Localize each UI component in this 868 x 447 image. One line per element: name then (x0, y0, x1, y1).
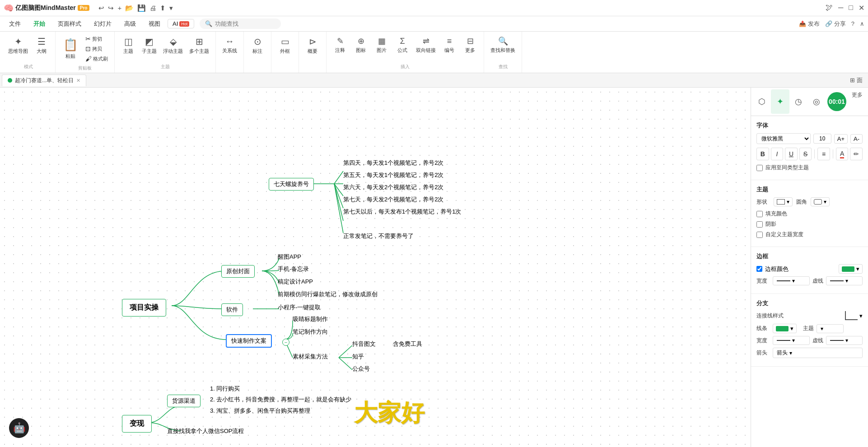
shape-select[interactable]: ▾ (774, 197, 793, 206)
node-imitate[interactable]: 前期模仿同行爆款笔记，修改做成原创 (278, 290, 378, 298)
node-after-day7[interactable]: 第七天以后，每天发布1个视频笔记，养号1次 (343, 208, 461, 216)
find-replace-btn[interactable]: 🔍 查找和替换 (488, 34, 518, 56)
node-day7[interactable]: 第七天，每天发2个视频笔记，养号2次 (343, 196, 443, 204)
software-box[interactable]: 软件 (221, 303, 243, 316)
undo-icon[interactable]: ↩ (98, 4, 104, 12)
node-tools[interactable]: 含免费工具 (393, 340, 422, 348)
print-icon[interactable]: 🖨 (149, 4, 156, 12)
shadow-checkbox[interactable] (756, 221, 763, 228)
menu-slideshow[interactable]: 幻灯片 (89, 18, 117, 30)
branch-dash-select[interactable]: ▾ (826, 336, 863, 345)
italic-btn[interactable]: I (771, 148, 784, 160)
node-src1[interactable]: 1. 同行购买 (210, 385, 240, 393)
panel-more-btn[interactable]: 更多 (848, 89, 866, 114)
tab-mindmap[interactable]: 超冷门赛道...单、轻松日 ✕ (2, 74, 86, 86)
branch-width-select[interactable]: ▾ (773, 336, 810, 345)
image-btn[interactable]: ▦ 图片 (372, 34, 392, 56)
cut-btn[interactable]: ✂ 剪切 (83, 34, 111, 43)
node-miniapp[interactable]: 小程序-一键提取 (278, 303, 321, 312)
node-day5[interactable]: 第五天，每天发1个视频笔记，养号2次 (343, 171, 443, 179)
frame-btn[interactable]: ▭ 外框 (275, 34, 295, 56)
icon-btn[interactable]: ⊕ 图标 (351, 34, 371, 56)
node-weixin[interactable]: 公众号 (352, 365, 370, 373)
node-src2[interactable]: 2. 去小红书，抖音免费搜，再整理一起，就是会有缺少 (210, 396, 351, 404)
menu-page-style[interactable]: 页面样式 (52, 18, 87, 30)
apply-checkbox[interactable] (756, 165, 763, 171)
bold-btn[interactable]: B (756, 148, 769, 160)
ai-btn[interactable]: AI Hot (168, 19, 194, 28)
more-insert-btn[interactable]: ⊟ 更多 (460, 34, 480, 56)
node-seven-spiral[interactable]: 七天螺旋养号 (269, 178, 314, 191)
node-change[interactable]: 变现 (122, 415, 152, 433)
align-btn[interactable]: ≡ (817, 148, 830, 160)
node-day4[interactable]: 第四天，每天发1个视频笔记，养号2次 (343, 159, 443, 167)
panel-tab-timer[interactable]: 00:01 (826, 89, 848, 114)
node-material[interactable]: 素材采集方法 (293, 353, 328, 361)
open-icon[interactable]: 📂 (125, 4, 134, 12)
summary-btn[interactable]: ⊳ 概要 (303, 34, 322, 56)
canvas[interactable]: 七天螺旋养号 第四天，每天发1个视频笔记，养号2次 第五天，每天发1个视频笔记，… (0, 88, 751, 447)
help-btn[interactable]: ? (851, 20, 854, 27)
copy-btn[interactable]: ⊡ 拷贝 (83, 44, 111, 53)
font-size-input[interactable] (813, 134, 831, 144)
format-brush-btn[interactable]: 🖌 格式刷 (83, 54, 111, 63)
node-note-direction[interactable]: 笔记制作方向 (293, 328, 328, 336)
node-project[interactable]: 项目实操 (122, 299, 166, 317)
subtopic-btn[interactable]: ◩ 子主题 (139, 34, 159, 56)
node-wechat[interactable]: 直接找我拿个人微信SOP流程 (167, 427, 244, 435)
node-fast-content[interactable]: 快速制作文案 (226, 334, 272, 348)
branch-color-picker[interactable]: ▾ (773, 324, 797, 333)
width-select[interactable]: ▾ (773, 276, 810, 285)
panel-tab-search[interactable]: ◎ (807, 89, 826, 114)
seven-spiral-box[interactable]: 七天螺旋养号 (269, 178, 314, 191)
font-size-increase-btn[interactable]: A+ (834, 134, 848, 144)
corner-select[interactable]: ▾ (811, 197, 830, 206)
search-input[interactable] (215, 20, 269, 27)
menu-file[interactable]: 文件 (4, 18, 26, 30)
collapse-btn[interactable]: − (282, 339, 289, 346)
topic-btn[interactable]: ◫ 主题 (118, 34, 138, 56)
source-box[interactable]: 货源渠道 (167, 395, 201, 407)
node-normal[interactable]: 正常发笔记，不需要养号了 (343, 232, 414, 240)
search-box[interactable]: 🔍 (200, 19, 281, 29)
float-topic-btn[interactable]: ⬙ 浮动主题 (160, 34, 186, 56)
label-btn[interactable]: ⊙ 标注 (247, 34, 267, 56)
share-btn[interactable]: 🔗 分享 (825, 20, 846, 28)
node-douyin[interactable]: 抖音图文 (352, 340, 376, 348)
publish-btn[interactable]: 📤 发布 (799, 20, 820, 28)
arrow-select[interactable]: 箭头 ▾ (773, 348, 863, 358)
relation-btn[interactable]: ↔ 关系线 (219, 34, 240, 56)
strike-btn[interactable]: S (799, 148, 812, 160)
fill-color-checkbox[interactable] (756, 211, 763, 217)
font-color-btn[interactable]: A (836, 148, 849, 160)
paste-btn[interactable]: 📋 粘贴 (59, 36, 82, 61)
bidirectional-btn[interactable]: ⇌ 双向链接 (413, 34, 439, 56)
minimize-btn[interactable]: ─ (838, 4, 843, 12)
save-icon[interactable]: 💾 (137, 4, 146, 12)
dash-select[interactable]: ▾ (826, 276, 863, 285)
fast-content-box[interactable]: 快速制作文案 (226, 334, 272, 348)
note-btn[interactable]: ✎ 注释 (330, 34, 350, 56)
panel-tab-theme[interactable]: ✦ (771, 89, 789, 114)
close-btn[interactable]: ✕ (859, 4, 864, 12)
node-src3[interactable]: 3. 淘宝、拼多多、闲鱼平台购买再整理 (210, 407, 310, 415)
formula-btn[interactable]: Σ 公式 (392, 35, 412, 56)
node-source[interactable]: 货源渠道 (167, 395, 201, 407)
original-cover-box[interactable]: 原创封面 (221, 265, 255, 278)
more-tools-icon[interactable]: ▾ (169, 4, 173, 12)
custom-width-checkbox[interactable] (756, 232, 763, 238)
menu-start[interactable]: 开始 (28, 18, 51, 30)
redo-icon[interactable]: ↪ (108, 4, 114, 12)
add-icon[interactable]: + (117, 4, 121, 12)
panel-tab-style[interactable]: ⬡ (753, 89, 771, 114)
outline-btn[interactable]: ☰ 大纲 (32, 34, 51, 56)
highlight-btn[interactable]: ✏ (850, 148, 863, 160)
panel-toggle-btn[interactable]: ⊞ 面 (846, 74, 866, 86)
project-box[interactable]: 项目实操 (122, 299, 166, 317)
panel-tab-history[interactable]: ◷ (789, 89, 807, 114)
node-headline[interactable]: 吸睛标题制作 (293, 315, 328, 323)
font-family-select[interactable]: 微软雅黑 (756, 133, 811, 144)
mindmap-btn[interactable]: ✦ 思维导图 (5, 34, 31, 56)
export-icon[interactable]: ⬆ (160, 4, 166, 12)
border-color-checkbox[interactable] (756, 266, 762, 272)
